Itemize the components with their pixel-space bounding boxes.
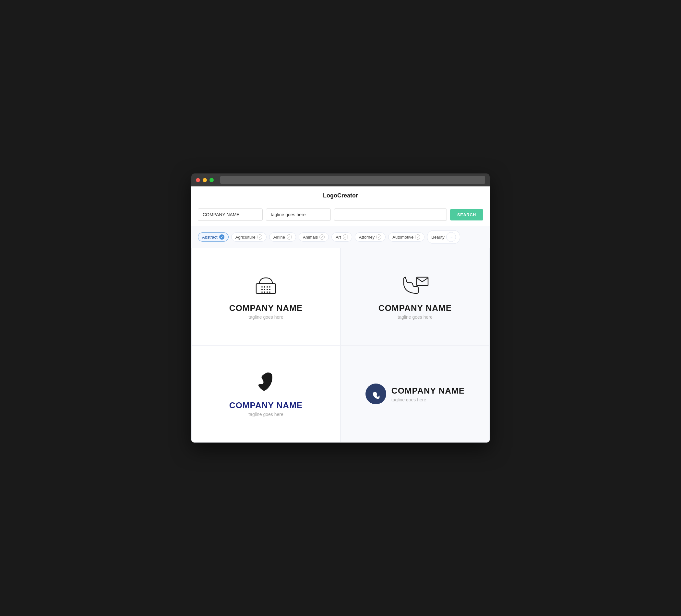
traffic-minimize[interactable] [203, 178, 207, 182]
traffic-maximize[interactable] [209, 178, 214, 182]
categories-bar: Abstract ✓ Agriculture ✓ Airline ✓ Anima… [191, 226, 490, 248]
category-label: Abstract [202, 235, 218, 239]
category-check-icon: ✓ [257, 234, 262, 239]
mobile-phone-icon [255, 371, 277, 395]
app-title: LogoCreator [323, 192, 358, 199]
svg-point-10 [264, 291, 265, 293]
logo-grid: COMPANY NAME tagline goes here COMPANY N… [191, 248, 490, 442]
category-label: Art [336, 235, 341, 239]
category-chip-attorney[interactable]: Attorney ✓ [355, 232, 385, 241]
logo-3-company-name: COMPANY NAME [229, 401, 303, 410]
category-label: Animals [303, 235, 318, 239]
browser-url-bar [220, 176, 485, 184]
style-input[interactable] [334, 208, 447, 221]
category-chip-airline[interactable]: Airline ✓ [269, 232, 296, 241]
category-check-icon: ✓ [376, 234, 381, 239]
category-chip-automotive[interactable]: Automotive ✓ [388, 232, 425, 241]
phone-envelope-icon [401, 274, 430, 298]
tagline-input[interactable] [266, 208, 331, 221]
logo-card-2[interactable]: COMPANY NAME tagline goes here [340, 248, 490, 345]
category-label: Beauty [431, 235, 444, 239]
search-button[interactable]: SEARCH [450, 209, 483, 221]
category-label: Airline [273, 235, 285, 239]
svg-rect-0 [256, 284, 276, 293]
svg-point-5 [261, 289, 263, 290]
desk-phone-icon [253, 274, 279, 298]
phone-circle-icon [365, 384, 386, 404]
category-check-icon: ✓ [287, 234, 292, 239]
logo-2-company-name: COMPANY NAME [378, 303, 452, 313]
category-label: Automotive [393, 235, 413, 239]
svg-point-4 [269, 286, 271, 288]
category-check-icon: ✓ [320, 234, 325, 239]
browser-content: LogoCreator SEARCH Abstract ✓ Agricultur… [191, 186, 490, 442]
category-chip-abstract[interactable]: Abstract ✓ [198, 232, 229, 241]
svg-point-7 [267, 289, 268, 290]
svg-point-2 [264, 286, 265, 288]
logo-card-3[interactable]: COMPANY NAME tagline goes here [191, 345, 340, 442]
category-chip-agriculture[interactable]: Agriculture ✓ [231, 232, 267, 241]
logo-4-text-block: COMPANY NAME tagline goes here [392, 386, 465, 402]
svg-point-6 [264, 289, 265, 290]
categories-next-arrow[interactable]: → [446, 232, 456, 242]
svg-point-1 [261, 286, 263, 288]
category-label: Attorney [359, 235, 375, 239]
logo-1-tagline: tagline goes here [248, 314, 283, 320]
svg-point-8 [269, 289, 271, 290]
svg-point-11 [267, 291, 268, 293]
logo-3-tagline: tagline goes here [248, 412, 283, 417]
category-chip-art[interactable]: Art ✓ [331, 232, 352, 241]
logo-card-4[interactable]: COMPANY NAME tagline goes here [340, 345, 490, 442]
logo-4-company-name: COMPANY NAME [392, 386, 465, 396]
traffic-close[interactable] [196, 178, 200, 182]
svg-point-12 [269, 291, 271, 293]
logo-4-tagline: tagline goes here [392, 397, 465, 402]
logo-4-inline: COMPANY NAME tagline goes here [365, 384, 465, 404]
logo-card-1[interactable]: COMPANY NAME tagline goes here [191, 248, 340, 345]
category-label: Agriculture [235, 235, 255, 239]
category-check-icon: ✓ [219, 234, 224, 239]
category-chip-beauty[interactable]: Beauty → [427, 230, 460, 244]
category-check-icon: ✓ [343, 234, 348, 239]
category-check-icon: ✓ [415, 234, 420, 239]
app-header: LogoCreator [191, 186, 490, 203]
svg-point-3 [267, 286, 268, 288]
browser-titlebar [191, 174, 490, 186]
company-name-input[interactable] [198, 208, 263, 221]
logo-2-tagline: tagline goes here [398, 314, 432, 320]
browser-window: LogoCreator SEARCH Abstract ✓ Agricultur… [191, 174, 490, 442]
logo-1-company-name: COMPANY NAME [229, 303, 303, 313]
svg-point-9 [261, 291, 263, 293]
category-chip-animals[interactable]: Animals ✓ [299, 232, 329, 241]
search-bar: SEARCH [191, 203, 490, 226]
